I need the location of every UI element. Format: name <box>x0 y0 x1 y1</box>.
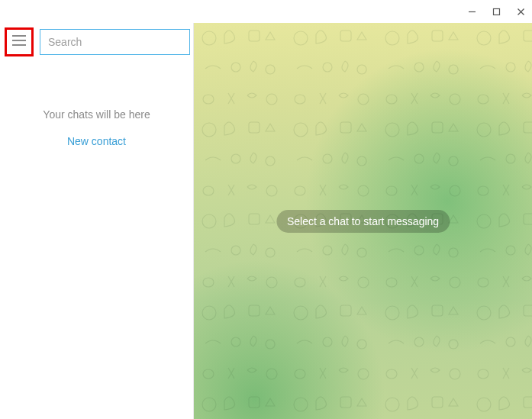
minimize-button[interactable] <box>466 6 477 17</box>
app-body: Your chats will be here New contact <box>0 23 532 419</box>
close-button[interactable] <box>515 6 526 17</box>
sidebar: Your chats will be here New contact <box>0 23 194 419</box>
hamburger-icon <box>11 34 27 50</box>
search-input[interactable] <box>40 29 190 55</box>
app-window: Your chats will be here New contact <box>0 0 532 419</box>
empty-state: Your chats will be here New contact <box>0 108 193 148</box>
titlebar <box>0 0 532 23</box>
empty-chats-text: Your chats will be here <box>9 108 184 121</box>
main-area: Select a chat to start messaging <box>194 23 532 419</box>
chat-placeholder-pill: Select a chat to start messaging <box>276 210 450 233</box>
menu-button[interactable] <box>8 31 30 53</box>
menu-highlight-box <box>5 27 34 56</box>
svg-rect-1 <box>493 8 499 15</box>
maximize-button[interactable] <box>491 6 501 17</box>
new-contact-link[interactable]: New contact <box>67 135 126 147</box>
sidebar-top <box>0 23 193 61</box>
